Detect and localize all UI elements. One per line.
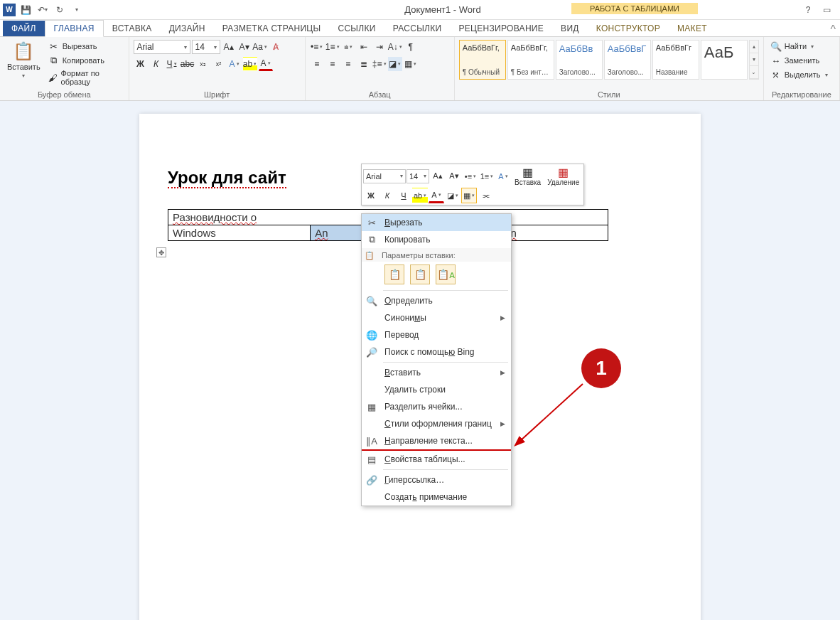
paste-keep-source[interactable]: 📋 xyxy=(384,264,404,284)
subscript-button[interactable]: x₂ xyxy=(196,57,210,71)
cut-button[interactable]: ✂Вырезать xyxy=(46,40,124,53)
paste-merge[interactable]: 📋 xyxy=(410,264,430,284)
show-marks-button[interactable]: ¶ xyxy=(404,40,418,54)
tab-mailings[interactable]: РАССЫЛКИ xyxy=(384,21,451,36)
ctx-delete-rows[interactable]: Удалить строки xyxy=(362,381,511,398)
mini-shrink-font[interactable]: A▾ xyxy=(446,169,462,184)
tab-references[interactable]: ССЫЛКИ xyxy=(329,21,384,36)
multilevel-button[interactable]: ⩧ xyxy=(341,40,355,54)
mini-styles[interactable]: A xyxy=(495,169,511,184)
font-name-combo[interactable]: Arial▾ xyxy=(134,40,190,54)
borders-button[interactable]: ▦ xyxy=(404,57,418,71)
sort-button[interactable]: A↓ xyxy=(388,40,402,54)
tab-view[interactable]: ВИД xyxy=(552,21,588,36)
mini-grow-font[interactable]: A▴ xyxy=(430,169,446,184)
style-heading2[interactable]: АаБбВвГЗаголово... xyxy=(604,40,651,80)
mini-merge[interactable]: ⫘ xyxy=(478,188,493,203)
mini-borders[interactable]: ▦ xyxy=(461,188,477,203)
ctx-border-styles[interactable]: Стили оформления границ▶ xyxy=(362,415,511,432)
ctx-insert[interactable]: Вставить▶ xyxy=(362,364,511,381)
ctx-comment[interactable]: Создать примечание xyxy=(362,488,511,506)
replace-button[interactable]: ↔Заменить xyxy=(768,54,830,67)
page-heading[interactable]: Урок для сайт xyxy=(168,168,286,188)
align-left-button[interactable]: ≡ xyxy=(310,57,324,71)
decrease-indent-button[interactable]: ⇤ xyxy=(357,40,371,54)
grow-font-button[interactable]: A▴ xyxy=(222,40,236,54)
style-heading1[interactable]: АаБбВвЗаголово... xyxy=(556,40,603,80)
text-effects-button[interactable]: A xyxy=(227,57,242,71)
paste-button[interactable]: 📋 Вставить ▾ xyxy=(4,40,43,80)
mini-shading[interactable]: ◪ xyxy=(445,188,461,203)
mini-bold[interactable]: Ж xyxy=(363,188,379,203)
table-move-handle[interactable]: ✥ xyxy=(156,247,166,257)
tab-table-layout[interactable]: МАКЕТ xyxy=(669,21,716,36)
bold-button[interactable]: Ж xyxy=(134,57,148,71)
ctx-cut[interactable]: ✂Вырезать xyxy=(362,214,511,231)
tab-home[interactable]: ГЛАВНАЯ xyxy=(45,20,104,37)
select-button[interactable]: ⤱Выделить▾ xyxy=(768,68,830,81)
ctx-hyperlink[interactable]: 🔗Гиперссылка… xyxy=(362,471,511,488)
mini-font-name[interactable]: Arial▾ xyxy=(363,169,406,183)
font-size-combo[interactable]: 14▾ xyxy=(192,40,220,54)
change-case-button[interactable]: Aa xyxy=(253,40,267,54)
underline-button[interactable]: Ч xyxy=(165,57,179,71)
redo-button[interactable]: ↻ xyxy=(53,3,67,17)
font-color-button[interactable]: A xyxy=(259,57,273,71)
table-cell[interactable]: Windows xyxy=(168,225,311,241)
mini-font-color[interactable]: A xyxy=(429,188,444,203)
tab-file[interactable]: ФАЙЛ xyxy=(3,21,45,36)
paste-text-only[interactable]: 📋ᴀ xyxy=(436,264,456,284)
shrink-font-button[interactable]: A▾ xyxy=(237,40,252,54)
style-more[interactable]: АаБ xyxy=(701,40,748,80)
ctx-define[interactable]: 🔍Определить xyxy=(362,292,511,309)
shading-button[interactable]: ◪ xyxy=(388,57,402,71)
mini-insert-button[interactable]: ▦Вставка xyxy=(512,166,544,186)
styles-gallery[interactable]: АаБбВвГг,¶ Обычный АаБбВвГг,¶ Без инте..… xyxy=(459,40,759,80)
ctx-text-direction[interactable]: ‖AНаправление текста... xyxy=(362,432,511,449)
highlight-button[interactable]: ab xyxy=(243,57,257,71)
qat-customize[interactable]: ▾ xyxy=(70,3,84,17)
ctx-synonyms[interactable]: Синонимы▶ xyxy=(362,309,511,326)
mini-underline[interactable]: Ч xyxy=(396,188,411,203)
ctx-copy[interactable]: ⧉Копировать xyxy=(362,231,511,248)
copy-button[interactable]: ⧉Копировать xyxy=(46,54,124,67)
line-spacing-button[interactable]: ‡≡ xyxy=(372,57,387,71)
ctx-translate[interactable]: 🌐Перевод xyxy=(362,326,511,343)
clear-formatting-button[interactable]: A̷ xyxy=(269,40,283,54)
tab-review[interactable]: РЕЦЕНЗИРОВАНИЕ xyxy=(450,21,552,36)
ctx-bing[interactable]: 🔎Поиск с помощью Bing xyxy=(362,343,511,360)
ctx-split-cells[interactable]: ▦Разделить ячейки... xyxy=(362,398,511,415)
numbering-button[interactable]: 1≡ xyxy=(325,40,340,54)
save-button[interactable]: 💾 xyxy=(18,3,33,17)
superscript-button[interactable]: x² xyxy=(212,57,226,71)
format-painter-button[interactable]: 🖌Формат по образцу xyxy=(46,68,124,87)
help-button[interactable]: ? xyxy=(802,4,814,16)
mini-font-size[interactable]: 14▾ xyxy=(406,169,429,183)
document-area[interactable]: Урок для сайт ✥ Разновидности о Windows … xyxy=(0,101,840,620)
ribbon-options-button[interactable]: ▭ xyxy=(820,4,833,16)
mini-bullets[interactable]: •≡ xyxy=(463,169,478,184)
mini-numbering[interactable]: 1≡ xyxy=(479,169,495,184)
ctx-table-properties[interactable]: ▤Свойства таблицы... xyxy=(362,451,511,468)
align-center-button[interactable]: ≡ xyxy=(325,57,340,71)
mini-highlight[interactable]: ab xyxy=(412,188,428,203)
italic-button[interactable]: К xyxy=(149,57,163,71)
mini-delete-button[interactable]: ▦Удаление xyxy=(544,166,582,186)
undo-button[interactable]: ↶▾ xyxy=(36,3,50,17)
styles-scroll[interactable]: ▴▾⌄ xyxy=(749,40,759,80)
style-no-spacing[interactable]: АаБбВвГг,¶ Без инте... xyxy=(507,40,554,80)
style-title[interactable]: АаБбВвГгНазвание xyxy=(652,40,699,80)
find-button[interactable]: 🔍Найти▾ xyxy=(768,40,830,53)
align-right-button[interactable]: ≡ xyxy=(341,57,355,71)
justify-button[interactable]: ≣ xyxy=(357,57,371,71)
tab-design[interactable]: ДИЗАЙН xyxy=(161,21,214,36)
tab-constructor[interactable]: КОНСТРУКТОР xyxy=(588,21,669,36)
increase-indent-button[interactable]: ⇥ xyxy=(372,40,387,54)
strikethrough-button[interactable]: abc xyxy=(181,57,195,71)
style-normal[interactable]: АаБбВвГг,¶ Обычный xyxy=(459,40,506,80)
collapse-ribbon-button[interactable]: ^ xyxy=(830,23,840,36)
bullets-button[interactable]: •≡ xyxy=(310,40,324,54)
tab-pagelayout[interactable]: РАЗМЕТКА СТРАНИЦЫ xyxy=(214,21,330,36)
mini-italic[interactable]: К xyxy=(379,188,395,203)
tab-insert[interactable]: ВСТАВКА xyxy=(104,21,161,36)
